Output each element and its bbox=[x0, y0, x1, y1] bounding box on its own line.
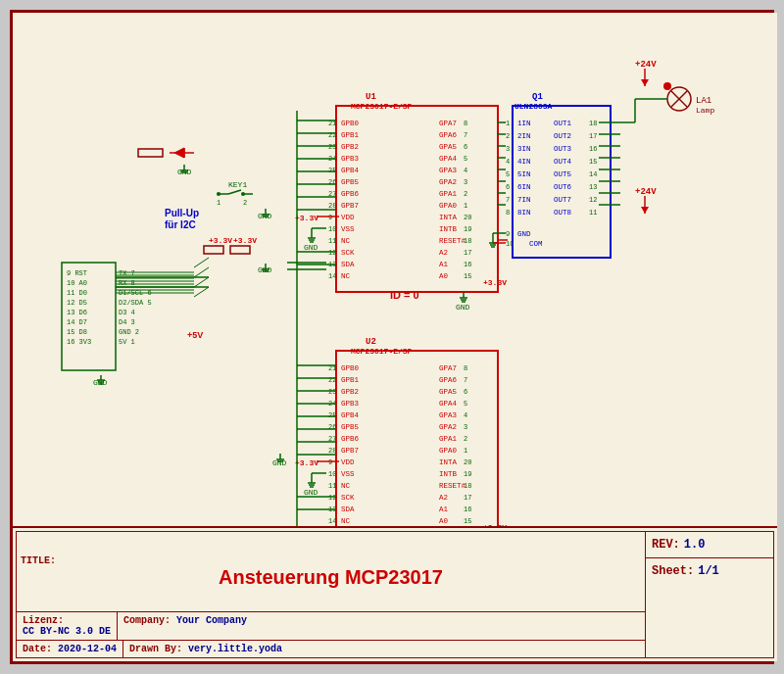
svg-text:OUT2: OUT2 bbox=[554, 132, 571, 140]
svg-text:NC: NC bbox=[341, 517, 351, 525]
svg-text:A2: A2 bbox=[439, 249, 448, 257]
svg-text:A0: A0 bbox=[439, 517, 449, 525]
svg-text:GPA0: GPA0 bbox=[439, 447, 458, 455]
svg-text:INTB: INTB bbox=[439, 470, 458, 478]
svg-text:28: 28 bbox=[328, 202, 336, 210]
svg-rect-123 bbox=[336, 351, 498, 537]
company-label: Company: bbox=[123, 615, 171, 626]
svg-text:GPA1: GPA1 bbox=[439, 190, 458, 198]
svg-text:5: 5 bbox=[464, 155, 467, 163]
svg-text:18: 18 bbox=[464, 237, 471, 245]
svg-text:9: 9 bbox=[328, 214, 332, 221]
svg-text:25: 25 bbox=[328, 167, 336, 174]
svg-text:12  D5: 12 D5 bbox=[67, 299, 87, 307]
svg-text:GPA5: GPA5 bbox=[439, 388, 458, 396]
svg-text:22: 22 bbox=[328, 376, 336, 384]
svg-text:15: 15 bbox=[464, 517, 471, 525]
svg-text:RESET#: RESET# bbox=[439, 237, 466, 245]
svg-text:1: 1 bbox=[506, 120, 510, 127]
sheet-label: Sheet: bbox=[652, 564, 694, 578]
svg-text:OUT1: OUT1 bbox=[554, 120, 572, 127]
svg-text:GPB6: GPB6 bbox=[341, 435, 360, 443]
title-label: TITLE: bbox=[21, 555, 56, 566]
svg-text:13: 13 bbox=[589, 183, 597, 191]
svg-text:A1: A1 bbox=[439, 261, 449, 268]
svg-text:6: 6 bbox=[506, 183, 510, 191]
svg-text:8: 8 bbox=[464, 364, 467, 372]
svg-text:13  D6: 13 D6 bbox=[67, 309, 87, 316]
svg-text:7: 7 bbox=[464, 131, 467, 139]
svg-text:5V  1: 5V 1 bbox=[119, 338, 135, 346]
svg-text:GPA3: GPA3 bbox=[439, 167, 458, 174]
svg-text:9  RST: 9 RST bbox=[67, 269, 87, 277]
svg-text:GPB4: GPB4 bbox=[341, 167, 360, 174]
svg-text:COM: COM bbox=[529, 240, 543, 248]
svg-text:4IN: 4IN bbox=[517, 158, 531, 166]
svg-text:18: 18 bbox=[464, 482, 471, 490]
svg-text:A2: A2 bbox=[439, 494, 448, 502]
svg-text:6: 6 bbox=[464, 388, 467, 396]
svg-text:GPA2: GPA2 bbox=[439, 423, 457, 431]
svg-text:5: 5 bbox=[464, 400, 467, 408]
svg-text:INTA: INTA bbox=[439, 214, 458, 221]
svg-text:KEY1: KEY1 bbox=[228, 180, 247, 189]
svg-text:GPB7: GPB7 bbox=[341, 202, 359, 210]
svg-text:17: 17 bbox=[464, 249, 471, 257]
svg-text:GND: GND bbox=[304, 243, 318, 252]
svg-text:14: 14 bbox=[589, 170, 597, 178]
svg-text:8: 8 bbox=[506, 209, 510, 217]
svg-text:LA1: LA1 bbox=[696, 96, 711, 106]
svg-text:OUT4: OUT4 bbox=[554, 158, 572, 166]
svg-text:GPB1: GPB1 bbox=[341, 131, 360, 139]
date-label: Date: bbox=[23, 644, 52, 654]
svg-text:GND: GND bbox=[517, 230, 531, 238]
svg-text:11  D0: 11 D0 bbox=[67, 289, 87, 297]
svg-text:VDD: VDD bbox=[341, 458, 355, 466]
svg-text:1IN: 1IN bbox=[517, 120, 531, 127]
svg-text:GPB4: GPB4 bbox=[341, 411, 360, 419]
rev-cell: REV: 1.0 bbox=[646, 532, 773, 558]
svg-text:U1: U1 bbox=[366, 92, 376, 102]
svg-text:11: 11 bbox=[328, 482, 336, 490]
svg-text:Q1: Q1 bbox=[532, 92, 543, 102]
svg-text:OUT3: OUT3 bbox=[554, 145, 572, 153]
svg-text:VSS: VSS bbox=[341, 225, 355, 233]
svg-text:6IN: 6IN bbox=[517, 183, 531, 191]
svg-text:+3.3V: +3.3V bbox=[295, 214, 318, 222]
svg-text:OUT8: OUT8 bbox=[554, 209, 571, 217]
svg-text:GPA2: GPA2 bbox=[439, 178, 457, 186]
svg-text:22: 22 bbox=[328, 131, 336, 139]
svg-text:15: 15 bbox=[589, 158, 597, 166]
svg-text:17: 17 bbox=[464, 494, 471, 502]
svg-text:VSS: VSS bbox=[341, 470, 355, 478]
svg-text:GPA6: GPA6 bbox=[439, 131, 458, 139]
svg-text:9: 9 bbox=[506, 230, 510, 238]
svg-text:A0: A0 bbox=[439, 272, 449, 280]
svg-text:ID = 0: ID = 0 bbox=[390, 289, 419, 301]
svg-text:16: 16 bbox=[464, 506, 471, 513]
svg-text:GPA7: GPA7 bbox=[439, 364, 457, 372]
svg-text:GPA1: GPA1 bbox=[439, 435, 458, 443]
sheet-value: 1/1 bbox=[698, 564, 719, 578]
license-value: CC BY-NC 3.0 DE bbox=[23, 626, 111, 637]
svg-text:4: 4 bbox=[464, 411, 467, 419]
title-block: TITLE: Ansteuerung MCP23017 Lizenz: CC B… bbox=[13, 526, 777, 661]
svg-text:2: 2 bbox=[506, 132, 510, 140]
svg-text:19: 19 bbox=[464, 225, 471, 233]
drawn-cell: Drawn By: very.little.yoda bbox=[123, 641, 288, 657]
svg-text:9: 9 bbox=[328, 458, 332, 466]
license-cell: Lizenz: CC BY-NC 3.0 DE bbox=[17, 612, 118, 640]
svg-rect-55 bbox=[336, 106, 498, 292]
svg-text:23: 23 bbox=[328, 143, 336, 151]
svg-text:20: 20 bbox=[464, 458, 471, 466]
svg-text:A1: A1 bbox=[439, 506, 449, 513]
svg-text:2: 2 bbox=[464, 435, 467, 443]
sheet-cell: Sheet: 1/1 bbox=[646, 558, 773, 584]
svg-text:7: 7 bbox=[464, 376, 467, 384]
date-cell: Date: 2020-12-04 bbox=[17, 641, 123, 657]
svg-text:GPA7: GPA7 bbox=[439, 120, 457, 127]
svg-text:NC: NC bbox=[341, 272, 351, 280]
svg-text:15: 15 bbox=[464, 272, 471, 280]
rev-label: REV: bbox=[652, 538, 680, 552]
svg-text:2IN: 2IN bbox=[517, 132, 531, 140]
